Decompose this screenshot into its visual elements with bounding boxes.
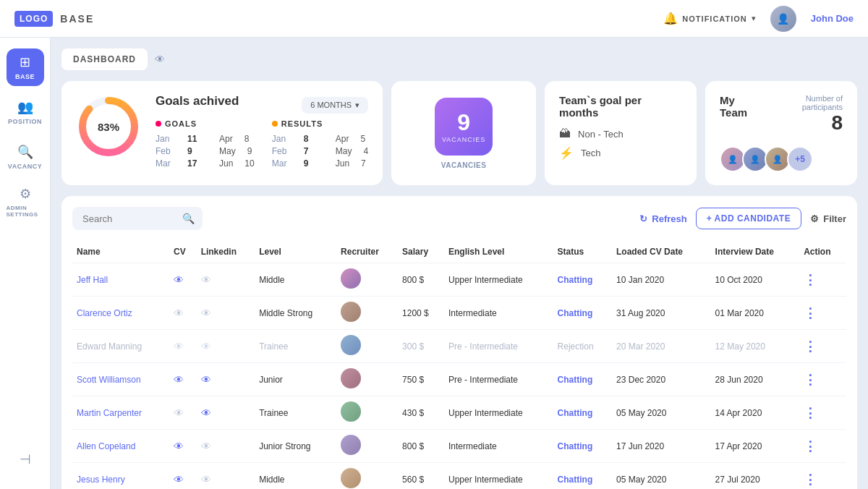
eye-icon[interactable]: 👁 — [174, 274, 184, 286]
action-menu-button[interactable]: ⋮ — [804, 339, 817, 354]
filter-button[interactable]: ⚙ Filter — [810, 213, 846, 224]
action-cell: ⋮ — [799, 330, 846, 363]
action-menu-button[interactable]: ⋮ — [804, 406, 817, 420]
interview-date-cell: 01 Mar 2020 — [711, 297, 800, 330]
vacancies-card-label: VACANCIES — [441, 161, 487, 169]
goals-card: 83% Goals achived 6 MONTHS ▾ — [61, 81, 383, 185]
eye-icon[interactable]: 👁 — [174, 307, 184, 319]
chevron-down-icon: ▾ — [752, 14, 756, 23]
cv-cell: 👁 — [169, 363, 197, 396]
linkedin-cell: 👁 — [197, 363, 255, 396]
interview-date-cell: 10 Oct 2020 — [711, 263, 800, 297]
notification-area[interactable]: 🔔 NOTIFICATION ▾ — [663, 12, 755, 25]
participants-label: Number of participants — [765, 94, 843, 111]
eye-icon[interactable]: 👁 — [201, 274, 211, 286]
salary-cell: 1200 $ — [398, 297, 444, 330]
linkedin-cell: 👁 — [197, 297, 255, 330]
col-name: Name — [72, 241, 169, 263]
add-candidate-button[interactable]: + ADD CANDIDATE — [696, 208, 802, 229]
logo-area: LOGO BASE — [14, 11, 94, 27]
sidebar-item-logout[interactable]: ⊣ — [7, 441, 44, 478]
status-cell: Chatting — [553, 430, 612, 463]
top-navigation: LOGO BASE 🔔 NOTIFICATION ▾ 👤 John Doe — [0, 0, 868, 38]
period-label: 6 MONTHS — [310, 101, 352, 109]
donut-percent: 83% — [98, 121, 119, 133]
sidebar-item-position[interactable]: 👥 POSITION — [7, 93, 44, 131]
goals-info: Goals achived 6 MONTHS ▾ GOALS — [156, 94, 368, 171]
action-menu-button[interactable]: ⋮ — [804, 373, 817, 387]
eye-icon[interactable]: 👁 — [174, 407, 184, 419]
pink-dot — [156, 121, 161, 127]
cv-cell: 👁 — [169, 297, 197, 330]
english-cell: Intermediate — [444, 430, 553, 463]
search-box: 🔍 — [72, 207, 203, 230]
table-toolbar: 🔍 ↻ Refresh + ADD CANDIDATE ⚙ Filter — [72, 207, 846, 230]
eye-icon[interactable]: 👁 — [174, 341, 184, 352]
candidate-name: Martin Carpenter — [72, 396, 169, 430]
toolbar-right: ↻ Refresh + ADD CANDIDATE ⚙ Filter — [639, 208, 846, 229]
eye-icon[interactable]: 👁 — [174, 374, 184, 386]
candidate-table-section: 🔍 ↻ Refresh + ADD CANDIDATE ⚙ Filter — [61, 196, 857, 489]
eye-icon[interactable]: 👁 — [201, 407, 211, 419]
eye-icon[interactable]: 👁 — [201, 374, 211, 386]
status-cell: Chatting — [553, 396, 612, 430]
candidate-name: Edward Manning — [72, 330, 169, 363]
eye-icon[interactable]: 👁 — [155, 54, 165, 65]
salary-cell: 800 $ — [398, 263, 444, 297]
eye-icon[interactable]: 👁 — [174, 474, 184, 485]
user-name[interactable]: John Doe — [811, 13, 854, 24]
col-action: Action — [799, 241, 846, 263]
recruiter-cell — [336, 297, 398, 330]
cv-cell: 👁 — [169, 463, 197, 490]
refresh-button[interactable]: ↻ Refresh — [639, 213, 686, 224]
eye-icon[interactable]: 👁 — [201, 474, 211, 485]
sidebar-item-label: ADMIN SETTINGS — [7, 205, 44, 218]
col-recruiter: Recruiter — [336, 241, 398, 263]
salary-cell: 560 $ — [398, 463, 444, 490]
vacancies-label: VACANCIES — [442, 136, 485, 143]
eye-icon[interactable]: 👁 — [201, 307, 211, 319]
cv-date-cell: 17 Jun 2020 — [612, 430, 711, 463]
cv-cell: 👁 — [169, 263, 197, 297]
recruiter-avatar — [341, 302, 361, 322]
eye-icon[interactable]: 👁 — [201, 341, 211, 352]
sidebar-item-label: BASE — [15, 73, 35, 80]
sidebar-item-admin[interactable]: ⚙ ADMIN SETTINGS — [7, 183, 44, 221]
salary-cell: 300 $ — [398, 330, 444, 363]
avatar-more: +5 — [787, 146, 813, 172]
eye-icon[interactable]: 👁 — [174, 441, 184, 452]
sidebar-item-base[interactable]: ⊞ BASE — [7, 48, 44, 86]
goals-title: Goals achived — [156, 94, 239, 109]
sidebar-item-vacancy[interactable]: 🔍 VACANCY — [7, 138, 44, 176]
status-cell: Chatting — [553, 463, 612, 490]
search-icon: 🔍 — [182, 213, 195, 224]
period-dropdown[interactable]: 6 MONTHS ▾ — [302, 97, 368, 114]
linkedin-cell: 👁 — [197, 396, 255, 430]
action-menu-button[interactable]: ⋮ — [804, 439, 817, 454]
action-cell: ⋮ — [799, 263, 846, 297]
interview-date-cell: 28 Jun 2020 — [711, 363, 800, 396]
sidebar-item-label: VACANCY — [8, 163, 42, 170]
non-tech-icon: 🏔 — [559, 127, 571, 140]
table-row: Scott Williamson 👁 👁 Junior 750 $ Pre - … — [72, 363, 846, 396]
col-status: Status — [553, 241, 612, 263]
dashboard-tab-row: DASHBOARD 👁 — [61, 48, 857, 70]
action-cell: ⋮ — [799, 297, 846, 330]
search-icon: 🔍 — [17, 144, 33, 160]
action-menu-button[interactable]: ⋮ — [804, 472, 817, 487]
search-input[interactable] — [82, 213, 176, 224]
table-row: Feb7May4 — [272, 146, 368, 156]
tab-dashboard[interactable]: DASHBOARD — [61, 48, 148, 70]
eye-icon[interactable]: 👁 — [201, 441, 211, 452]
participants-count: 8 — [765, 111, 843, 135]
action-menu-button[interactable]: ⋮ — [804, 306, 817, 320]
refresh-icon: ↻ — [639, 213, 647, 224]
cv-date-cell: 05 May 2020 — [612, 396, 711, 430]
level-cell: Junior Strong — [255, 430, 336, 463]
action-menu-button[interactable]: ⋮ — [804, 273, 817, 287]
my-team-card: My Team Number of participants 8 👤 👤 👤 +… — [705, 81, 857, 185]
table-row: Jeff Hall 👁 👁 Middle 800 $ Upper Interme… — [72, 263, 846, 297]
orange-dot — [272, 121, 278, 127]
cv-date-cell: 31 Aug 2020 — [612, 297, 711, 330]
col-int-date: Interview Date — [711, 241, 800, 263]
